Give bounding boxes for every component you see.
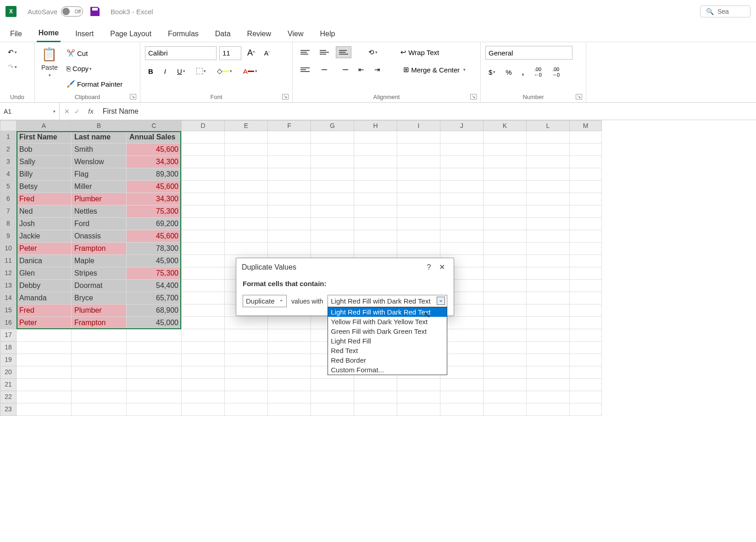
dropdown-option[interactable]: Custom Format... xyxy=(328,365,447,375)
cell[interactable] xyxy=(354,131,397,144)
cell[interactable] xyxy=(484,404,527,416)
cell[interactable]: Glen xyxy=(17,267,72,280)
column-header-E[interactable]: E xyxy=(225,120,268,131)
cell[interactable]: Billy xyxy=(17,168,72,181)
cell[interactable] xyxy=(440,131,484,144)
cell[interactable]: Frampton xyxy=(72,317,127,329)
cell[interactable] xyxy=(311,218,354,230)
cell[interactable] xyxy=(225,342,268,354)
cell[interactable] xyxy=(527,379,570,391)
cell[interactable] xyxy=(268,379,311,391)
number-launcher-icon[interactable]: ↘ xyxy=(576,94,582,100)
cell[interactable] xyxy=(268,168,311,181)
cell[interactable]: Fred xyxy=(17,193,72,205)
cell[interactable] xyxy=(527,144,570,156)
cell[interactable] xyxy=(268,366,311,379)
cell[interactable] xyxy=(484,181,527,193)
dropdown-option[interactable]: Green Fill with Dark Green Text xyxy=(328,326,447,336)
decrease-decimal-button[interactable]: .00→0 xyxy=(549,64,563,80)
cell[interactable] xyxy=(527,404,570,416)
cell[interactable] xyxy=(354,181,397,193)
cell[interactable] xyxy=(527,156,570,168)
dropdown-option[interactable]: Light Red Fill xyxy=(328,336,447,346)
cell[interactable] xyxy=(440,156,484,168)
cell[interactable]: Betsy xyxy=(17,181,72,193)
cell[interactable] xyxy=(17,342,72,354)
cell[interactable]: Last name xyxy=(72,131,127,144)
column-header-M[interactable]: M xyxy=(570,120,602,131)
cell[interactable]: 78,300 xyxy=(127,243,182,255)
cell[interactable] xyxy=(311,243,354,255)
cell[interactable] xyxy=(527,131,570,144)
cell[interactable] xyxy=(225,317,268,329)
toggle-off-icon[interactable]: Off xyxy=(61,6,83,17)
cell[interactable] xyxy=(570,404,602,416)
cell[interactable] xyxy=(570,218,602,230)
cell[interactable] xyxy=(182,144,225,156)
wrap-text-button[interactable]: ↩ Wrap Text xyxy=(397,46,442,59)
cell[interactable] xyxy=(570,292,602,304)
cell[interactable] xyxy=(182,366,225,379)
row-header[interactable]: 2 xyxy=(0,144,17,156)
align-left-button[interactable] xyxy=(297,64,313,76)
cell[interactable] xyxy=(440,144,484,156)
cell[interactable]: Jackie xyxy=(17,230,72,243)
cell[interactable] xyxy=(268,181,311,193)
cell[interactable] xyxy=(127,329,182,342)
cell[interactable] xyxy=(72,342,127,354)
column-header-H[interactable]: H xyxy=(354,120,397,131)
cell[interactable] xyxy=(440,168,484,181)
cell[interactable] xyxy=(182,156,225,168)
cell[interactable] xyxy=(311,193,354,205)
cell[interactable] xyxy=(268,230,311,243)
cell[interactable] xyxy=(484,267,527,280)
cell[interactable] xyxy=(484,255,527,267)
cell[interactable] xyxy=(570,255,602,267)
cell[interactable] xyxy=(182,168,225,181)
cell[interactable] xyxy=(527,354,570,366)
cell[interactable] xyxy=(397,379,440,391)
cell[interactable]: Ford xyxy=(72,218,127,230)
cell[interactable] xyxy=(527,255,570,267)
increase-decimal-button[interactable]: .00←0 xyxy=(531,64,545,80)
cell[interactable] xyxy=(397,181,440,193)
cell[interactable] xyxy=(484,193,527,205)
cell[interactable] xyxy=(268,144,311,156)
cell[interactable] xyxy=(225,156,268,168)
tab-insert[interactable]: Insert xyxy=(73,26,95,42)
cell[interactable]: Nettles xyxy=(72,205,127,218)
cell[interactable]: 89,300 xyxy=(127,168,182,181)
row-header[interactable]: 19 xyxy=(0,354,17,366)
cell[interactable] xyxy=(397,404,440,416)
cell[interactable] xyxy=(182,267,225,280)
orientation-button[interactable]: ⟲▾ xyxy=(365,46,381,59)
undo-button[interactable]: ↶▾ xyxy=(5,46,20,59)
cell[interactable] xyxy=(354,379,397,391)
dropdown-option[interactable]: Red Border xyxy=(328,355,447,365)
cell[interactable] xyxy=(225,230,268,243)
cell[interactable] xyxy=(570,379,602,391)
cell[interactable] xyxy=(225,193,268,205)
cell[interactable] xyxy=(225,366,268,379)
cell[interactable]: 45,600 xyxy=(127,230,182,243)
cell[interactable] xyxy=(527,243,570,255)
cell[interactable] xyxy=(311,131,354,144)
cell[interactable] xyxy=(311,144,354,156)
cell[interactable] xyxy=(570,280,602,292)
cell[interactable] xyxy=(397,156,440,168)
cell[interactable] xyxy=(484,329,527,342)
cell[interactable] xyxy=(570,131,602,144)
row-header[interactable]: 5 xyxy=(0,181,17,193)
cell[interactable] xyxy=(182,230,225,243)
cell[interactable] xyxy=(268,205,311,218)
cell[interactable] xyxy=(527,342,570,354)
redo-button[interactable]: ↷▾ xyxy=(5,61,20,73)
cell[interactable] xyxy=(570,354,602,366)
cell[interactable] xyxy=(268,156,311,168)
cell[interactable] xyxy=(72,404,127,416)
cell[interactable] xyxy=(484,366,527,379)
cell[interactable] xyxy=(484,168,527,181)
cell[interactable] xyxy=(440,205,484,218)
cell[interactable]: Sally xyxy=(17,156,72,168)
cell[interactable]: Peter xyxy=(17,243,72,255)
